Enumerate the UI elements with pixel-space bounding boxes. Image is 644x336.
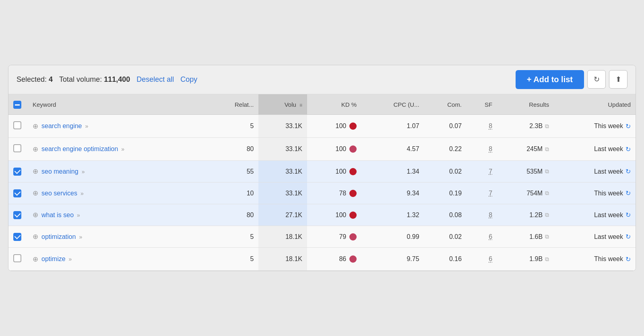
row-volume: 18.1K (258, 248, 307, 271)
row-checkbox[interactable] (13, 189, 21, 197)
header-relatedness: Relat... (208, 94, 258, 115)
row-keyword-cell: ⊕ seo meaning » (26, 161, 208, 183)
row-refresh-icon[interactable]: ↻ (625, 189, 631, 197)
row-relatedness: 5 (208, 248, 258, 271)
row-checkbox[interactable] (13, 144, 21, 152)
row-refresh-icon[interactable]: ↻ (625, 168, 631, 175)
row-sf: 6 (466, 226, 497, 248)
row-sf: 8 (466, 204, 497, 226)
header-updated: Updated (554, 94, 636, 115)
keyword-link[interactable]: search engine optimization (41, 145, 118, 153)
header-kd: KD % (307, 94, 361, 115)
add-keyword-icon[interactable]: ⊕ (33, 255, 38, 263)
header-volume[interactable]: Volu ≡ (258, 94, 307, 115)
keyword-link[interactable]: search engine (41, 122, 82, 130)
add-keyword-icon[interactable]: ⊕ (33, 122, 38, 131)
row-com: 0.02 (424, 226, 466, 248)
row-checkbox-cell[interactable] (8, 226, 26, 248)
row-cpc: 0.99 (361, 226, 424, 248)
row-results: 245M ⧉ (497, 138, 554, 161)
row-kd: 79 (307, 226, 361, 248)
keyword-link[interactable]: what is seo (41, 212, 74, 219)
row-checkbox-cell[interactable] (8, 248, 26, 271)
row-results: 535M ⧉ (497, 161, 554, 183)
add-keyword-icon[interactable]: ⊕ (33, 211, 38, 219)
keyword-link[interactable]: optimize (41, 255, 66, 263)
add-keyword-icon[interactable]: ⊕ (33, 167, 38, 176)
row-sf: 7 (466, 183, 497, 204)
row-refresh-icon[interactable]: ↻ (625, 122, 631, 130)
results-copy-icon[interactable]: ⧉ (545, 123, 549, 130)
row-refresh-icon[interactable]: ↻ (625, 145, 631, 153)
copy-link[interactable]: Copy (180, 75, 197, 84)
keyword-arrows-icon: » (85, 123, 89, 129)
add-to-list-button[interactable]: + Add to list (516, 70, 584, 89)
keyword-link[interactable]: optimization (41, 233, 76, 241)
table-header-row: Keyword Relat... Volu ≡ KD % CPC (U... C… (8, 94, 636, 115)
results-copy-icon[interactable]: ⧉ (545, 190, 549, 197)
row-kd: 78 (307, 183, 361, 204)
row-cpc: 1.34 (361, 161, 424, 183)
main-container: Selected: 4 Total volume: 111,400 Desele… (8, 65, 636, 272)
row-checkbox[interactable] (13, 121, 21, 129)
kd-dot (349, 212, 357, 219)
row-keyword-cell: ⊕ optimization » (26, 226, 208, 248)
row-updated: This week ↻ (554, 248, 636, 271)
export-button[interactable]: ⬆ (609, 70, 627, 89)
row-checkbox[interactable] (13, 211, 21, 219)
row-refresh-icon[interactable]: ↻ (625, 211, 631, 219)
row-com: 0.07 (424, 115, 466, 138)
row-cpc: 1.32 (361, 204, 424, 226)
deselect-all-link[interactable]: Deselect all (136, 75, 174, 84)
kd-dot (349, 233, 357, 241)
keywords-table: Keyword Relat... Volu ≡ KD % CPC (U... C… (8, 94, 636, 271)
row-results: 1.9B ⧉ (497, 248, 554, 271)
add-keyword-icon[interactable]: ⊕ (33, 189, 38, 197)
add-keyword-icon[interactable]: ⊕ (33, 232, 38, 241)
row-checkbox-cell[interactable] (8, 183, 26, 204)
row-relatedness: 5 (208, 115, 258, 138)
table-row: ⊕ what is seo » 80 27.1K 100 1.32 0.08 8… (8, 204, 636, 226)
row-kd: 86 (307, 248, 361, 271)
row-volume: 33.1K (258, 161, 307, 183)
toolbar: Selected: 4 Total volume: 111,400 Desele… (8, 65, 636, 94)
keyword-link[interactable]: seo meaning (41, 168, 78, 175)
results-copy-icon[interactable]: ⧉ (545, 168, 549, 175)
row-results: 1.2B ⧉ (497, 204, 554, 226)
row-keyword-cell: ⊕ search engine » (26, 115, 208, 138)
row-updated: Last week ↻ (554, 161, 636, 183)
row-keyword-cell: ⊕ search engine optimization » (26, 138, 208, 161)
row-refresh-icon[interactable]: ↻ (625, 233, 631, 241)
refresh-button[interactable]: ↻ (587, 70, 606, 89)
row-checkbox-cell[interactable] (8, 138, 26, 161)
row-checkbox[interactable] (13, 168, 21, 176)
row-relatedness: 80 (208, 204, 258, 226)
kd-dot (349, 190, 357, 197)
row-volume: 33.1K (258, 115, 307, 138)
row-sf: 8 (466, 138, 497, 161)
results-copy-icon[interactable]: ⧉ (545, 146, 549, 153)
row-updated: This week ↻ (554, 183, 636, 204)
row-kd: 100 (307, 138, 361, 161)
header-checkbox-cell[interactable] (8, 94, 26, 115)
select-all-checkbox[interactable] (13, 101, 21, 109)
row-relatedness: 5 (208, 226, 258, 248)
selected-count: 4 (49, 75, 53, 83)
results-copy-icon[interactable]: ⧉ (545, 256, 549, 263)
row-checkbox-cell[interactable] (8, 204, 26, 226)
row-refresh-icon[interactable]: ↻ (625, 255, 631, 263)
row-results: 1.6B ⧉ (497, 226, 554, 248)
add-keyword-icon[interactable]: ⊕ (33, 145, 38, 153)
row-checkbox-cell[interactable] (8, 161, 26, 183)
row-updated: Last week ↻ (554, 226, 636, 248)
row-checkbox[interactable] (13, 254, 21, 262)
row-com: 0.22 (424, 138, 466, 161)
row-sf: 6 (466, 248, 497, 271)
results-copy-icon[interactable]: ⧉ (545, 212, 549, 218)
row-updated: Last week ↻ (554, 138, 636, 161)
row-kd: 100 (307, 204, 361, 226)
row-checkbox-cell[interactable] (8, 115, 26, 138)
keyword-link[interactable]: seo services (41, 190, 77, 197)
row-checkbox[interactable] (13, 233, 21, 241)
results-copy-icon[interactable]: ⧉ (545, 233, 549, 240)
